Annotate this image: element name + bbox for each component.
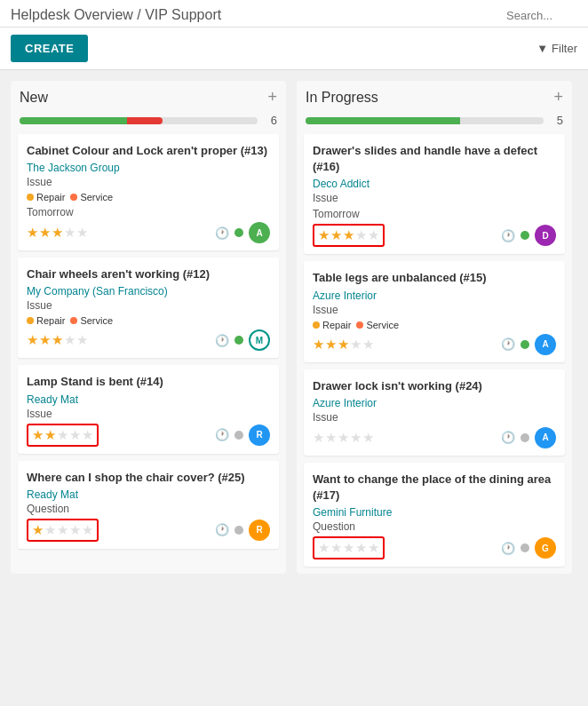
star-3[interactable]: ★ bbox=[57, 427, 68, 443]
star-2[interactable]: ★ bbox=[325, 337, 337, 353]
star-1[interactable]: ★ bbox=[313, 337, 324, 353]
star-2[interactable]: ★ bbox=[44, 427, 56, 443]
card-stars[interactable]: ★★★★★ bbox=[27, 332, 88, 348]
card-stars[interactable]: ★★★★★ bbox=[313, 224, 385, 247]
tag-dot bbox=[27, 194, 34, 201]
star-4[interactable]: ★ bbox=[64, 332, 75, 348]
progress-green-segment bbox=[306, 117, 460, 124]
star-1[interactable]: ★ bbox=[27, 332, 38, 348]
clock-icon: 🕐 bbox=[501, 337, 515, 351]
card-card-2[interactable]: Chair wheels aren't working (#12)My Comp… bbox=[18, 258, 279, 358]
column-add-button-in-progress[interactable]: + bbox=[553, 88, 563, 107]
card-card-4[interactable]: Where can I shop the chair cover? (#25)R… bbox=[18, 461, 279, 549]
card-card-7[interactable]: Drawer lock isn't working (#24)Azure Int… bbox=[304, 369, 565, 456]
column-title-new: New bbox=[20, 90, 48, 106]
star-4[interactable]: ★ bbox=[355, 540, 367, 556]
progress-red-segment bbox=[127, 117, 163, 124]
star-3[interactable]: ★ bbox=[338, 337, 349, 353]
star-3[interactable]: ★ bbox=[338, 430, 349, 446]
card-right: 🕐R bbox=[215, 520, 270, 541]
card-title: Want to change the place of the dining a… bbox=[313, 472, 556, 504]
star-1[interactable]: ★ bbox=[318, 227, 330, 243]
card-company: Deco Addict bbox=[313, 178, 556, 190]
star-1[interactable]: ★ bbox=[32, 522, 44, 538]
star-1[interactable]: ★ bbox=[313, 430, 324, 446]
card-company: Azure Interior bbox=[313, 290, 556, 302]
star-3[interactable]: ★ bbox=[57, 522, 68, 538]
card-footer: ★★★★★🕐R bbox=[27, 519, 270, 542]
status-dot bbox=[520, 543, 529, 552]
star-3[interactable]: ★ bbox=[343, 227, 354, 243]
star-5[interactable]: ★ bbox=[368, 540, 379, 556]
create-button[interactable]: CREATE bbox=[11, 35, 88, 62]
star-4[interactable]: ★ bbox=[350, 337, 362, 353]
star-4[interactable]: ★ bbox=[69, 427, 81, 443]
filter-button[interactable]: ▼ Filter bbox=[536, 42, 577, 55]
star-5[interactable]: ★ bbox=[362, 430, 374, 446]
star-1[interactable]: ★ bbox=[27, 225, 38, 241]
card-card-3[interactable]: Lamp Stand is bent (#14)Ready MatIssue★★… bbox=[18, 365, 279, 453]
card-tag: Service bbox=[70, 192, 113, 202]
star-5[interactable]: ★ bbox=[368, 227, 379, 243]
card-footer: ★★★★★🕐R bbox=[27, 424, 270, 447]
star-4[interactable]: ★ bbox=[355, 227, 367, 243]
card-right: 🕐M bbox=[215, 329, 270, 351]
clock-icon: 🕐 bbox=[215, 334, 229, 347]
card-stars[interactable]: ★★★★★ bbox=[313, 536, 385, 559]
card-type: Issue bbox=[27, 176, 270, 188]
star-4[interactable]: ★ bbox=[350, 430, 362, 446]
avatar: D bbox=[535, 225, 556, 246]
avatar: R bbox=[249, 424, 270, 446]
tag-dot bbox=[313, 321, 320, 329]
column-in-progress: In Progress+5Drawer's slides and handle … bbox=[297, 81, 572, 574]
card-tag: Repair bbox=[27, 192, 65, 202]
card-title: Where can I shop the chair cover? (#25) bbox=[27, 470, 270, 486]
tag-dot bbox=[356, 321, 363, 329]
card-type: Issue bbox=[27, 299, 270, 312]
search-input[interactable] bbox=[506, 9, 577, 22]
card-stars[interactable]: ★★★★★ bbox=[27, 225, 88, 241]
star-5[interactable]: ★ bbox=[76, 225, 88, 241]
star-3[interactable]: ★ bbox=[52, 332, 63, 348]
status-dot bbox=[234, 431, 243, 440]
star-3[interactable]: ★ bbox=[52, 225, 63, 241]
card-stars[interactable]: ★★★★★ bbox=[27, 424, 99, 447]
card-stars[interactable]: ★★★★★ bbox=[313, 337, 374, 353]
star-5[interactable]: ★ bbox=[76, 332, 88, 348]
star-4[interactable]: ★ bbox=[69, 522, 81, 538]
header: Helpdesk Overview / VIP Support bbox=[0, 0, 588, 28]
star-4[interactable]: ★ bbox=[64, 225, 75, 241]
card-footer: ★★★★★🕐D bbox=[313, 224, 556, 247]
progress-bar-row-in-progress: 5 bbox=[297, 114, 572, 134]
card-card-6[interactable]: Table legs are unbalanced (#15)Azure Int… bbox=[304, 261, 565, 361]
column-add-button-new[interactable]: + bbox=[267, 88, 277, 107]
card-type: Issue bbox=[313, 411, 556, 424]
card-card-5[interactable]: Drawer's slides and handle have a defect… bbox=[304, 134, 565, 254]
tag-dot bbox=[27, 317, 34, 324]
card-title: Chair wheels aren't working (#12) bbox=[27, 266, 270, 282]
star-2[interactable]: ★ bbox=[39, 225, 51, 241]
card-company: My Company (San Francisco) bbox=[27, 285, 270, 297]
card-company: The Jackson Group bbox=[27, 162, 270, 174]
star-2[interactable]: ★ bbox=[330, 227, 342, 243]
card-stars[interactable]: ★★★★★ bbox=[27, 519, 99, 542]
card-title: Drawer lock isn't working (#24) bbox=[313, 378, 556, 394]
star-5[interactable]: ★ bbox=[362, 337, 374, 353]
card-date: Tomorrow bbox=[27, 206, 270, 218]
star-2[interactable]: ★ bbox=[44, 522, 56, 538]
star-1[interactable]: ★ bbox=[32, 427, 44, 443]
card-card-8[interactable]: Want to change the place of the dining a… bbox=[304, 463, 565, 567]
star-5[interactable]: ★ bbox=[82, 427, 93, 443]
star-2[interactable]: ★ bbox=[330, 540, 342, 556]
star-1[interactable]: ★ bbox=[318, 540, 330, 556]
page-title: Helpdesk Overview / VIP Support bbox=[11, 7, 221, 23]
clock-icon: 🕐 bbox=[215, 226, 229, 240]
avatar: M bbox=[249, 329, 270, 351]
star-5[interactable]: ★ bbox=[82, 522, 93, 538]
star-2[interactable]: ★ bbox=[325, 430, 337, 446]
progress-bar-new bbox=[20, 117, 258, 124]
star-2[interactable]: ★ bbox=[39, 332, 51, 348]
star-3[interactable]: ★ bbox=[343, 540, 354, 556]
card-stars[interactable]: ★★★★★ bbox=[313, 430, 374, 446]
card-card-1[interactable]: Cabinet Colour and Lock aren't proper (#… bbox=[18, 134, 279, 250]
